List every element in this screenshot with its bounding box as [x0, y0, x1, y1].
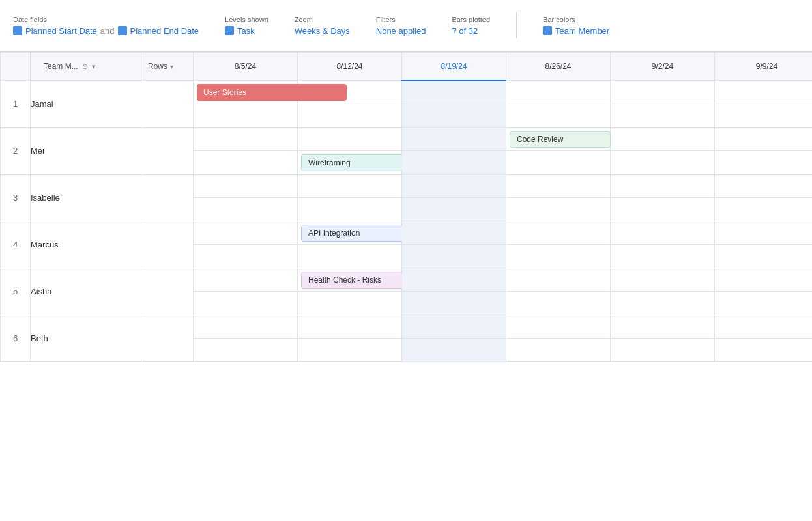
date-cell-r3-c1-row2 [298, 245, 402, 268]
date-cell-r0-c1-row2 [298, 104, 402, 128]
date-cell-r1-c5-row1 [715, 128, 813, 151]
colors-label: Bar colors [543, 16, 609, 23]
date-cell-r3-c0-row2 [194, 245, 298, 268]
date-cell-r4-c1-row1: Health Check - Risks [298, 268, 402, 292]
th-date-4: 9/2/24 [611, 53, 715, 81]
date-cell-r2-c0-row1 [194, 175, 298, 198]
date-cell-r4-c2-row1 [402, 268, 506, 292]
rows-control-4 [141, 268, 194, 315]
th-date-1: 8/12/24 [298, 53, 402, 81]
th-date-0: 8/5/24 [194, 53, 298, 81]
row-num-4: 4 [1, 221, 31, 268]
levels-label: Levels shown [225, 16, 268, 23]
date-cell-r0-c5-row1 [715, 81, 813, 104]
row-name-jamal: Jamal [31, 81, 141, 128]
date-cell-r0-c2-row1 [402, 81, 506, 104]
date-cell-r3-c1-row1: API Integration [298, 221, 402, 245]
row-name-marcus: Marcus [31, 221, 141, 268]
date-cell-r1-c3-row2 [506, 151, 611, 175]
date-cell-r5-c3-row2 [506, 339, 611, 362]
bars-value[interactable]: 7 of 32 [452, 26, 478, 36]
and-text: and [100, 26, 115, 36]
th-team-member: Team M... ⊙ ▾ [31, 53, 141, 81]
date-cell-r0-c0-row1: User Stories [194, 81, 298, 104]
zoom-value[interactable]: Weeks & Days [295, 26, 350, 36]
date-cell-r0-c5-row2 [715, 104, 813, 128]
date-cell-r2-c3-row1 [506, 175, 611, 198]
date-cell-r3-c2-row1 [402, 221, 506, 245]
filters-value[interactable]: None applied [376, 26, 426, 36]
th-rows: Rows ▾ [141, 53, 194, 81]
divider [516, 12, 517, 38]
date-cell-r5-c4-row2 [611, 339, 715, 362]
date-cell-r0-c2-row2 [402, 104, 506, 128]
date-cell-r1-c4-row2 [611, 151, 715, 175]
date-cell-r4-c4-row1 [611, 268, 715, 292]
date-cell-r3-c5-row1 [715, 221, 813, 245]
row-name-mei: Mei [31, 128, 141, 175]
colors-section: Bar colors Team Member [543, 16, 609, 36]
date-cell-r0-c3-row2 [506, 104, 611, 128]
date-cell-r3-c2-row2 [402, 245, 506, 268]
row-num-1: 1 [1, 81, 31, 128]
planned-end-text[interactable]: Planned End Date [130, 26, 199, 36]
planned-end-icon [118, 26, 127, 35]
date-cell-r5-c1-row1 [298, 315, 402, 339]
colors-icon [543, 26, 552, 35]
levels-value[interactable]: Task [237, 26, 255, 36]
date-cell-r5-c5-row2 [715, 339, 813, 362]
date-cell-r2-c5-row1 [715, 175, 813, 198]
row-name-isabelle: Isabelle [31, 175, 141, 221]
date-cell-r4-c0-row2 [194, 292, 298, 315]
date-cell-r5-c0-row2 [194, 339, 298, 362]
rows-control-0 [141, 81, 194, 128]
date-cell-r1-c2-row2 [402, 151, 506, 175]
gantt-container: Team M... ⊙ ▾ Rows ▾ 8/5/24 8/12/24 8/19… [0, 52, 812, 362]
date-cell-r2-c1-row1 [298, 175, 402, 198]
date-cell-r4-c5-row1 [715, 268, 813, 292]
date-cell-r3-c3-row1 [506, 221, 611, 245]
date-cell-r1-c5-row2 [715, 151, 813, 175]
row-num-3: 3 [1, 175, 31, 221]
row-num-2: 2 [1, 128, 31, 175]
date-cell-r2-c1-row2 [298, 198, 402, 221]
date-cell-r2-c4-row1 [611, 175, 715, 198]
date-cell-r5-c3-row1 [506, 315, 611, 339]
date-cell-r2-c2-row1 [402, 175, 506, 198]
date-cell-r4-c3-row1 [506, 268, 611, 292]
date-cell-r1-c1-row2: Wireframing [298, 151, 402, 175]
date-cell-r0-c4-row1 [611, 81, 715, 104]
date-cell-r5-c5-row1 [715, 315, 813, 339]
date-cell-r1-c2-row1 [402, 128, 506, 151]
date-cell-r3-c0-row1 [194, 221, 298, 245]
rows-control-2 [141, 175, 194, 221]
rows-label: Rows [148, 62, 167, 71]
rows-control-5 [141, 315, 194, 362]
dropdown-icon[interactable]: ▾ [92, 63, 96, 71]
task-bar-code-review[interactable]: Code Review [510, 131, 611, 148]
rows-control-1 [141, 128, 194, 175]
planned-start-text[interactable]: Planned Start Date [25, 26, 97, 36]
date-cell-r3-c3-row2 [506, 245, 611, 268]
th-num [1, 53, 31, 81]
sort-icon[interactable]: ⊙ [82, 63, 88, 71]
date-cell-r5-c1-row2 [298, 339, 402, 362]
colors-value[interactable]: Team Member [555, 26, 609, 36]
date-cell-r4-c1-row2 [298, 292, 402, 315]
date-cell-r1-c1-row1 [298, 128, 402, 151]
date-fields-section: Date fields Planned Start Date and Plann… [13, 16, 199, 36]
date-cell-r4-c3-row2 [506, 292, 611, 315]
rows-dropdown-icon[interactable]: ▾ [170, 63, 173, 70]
levels-icon [225, 26, 234, 35]
date-cell-r4-c0-row1 [194, 268, 298, 292]
date-cell-r2-c0-row2 [194, 198, 298, 221]
th-date-2: 8/19/24 [402, 53, 506, 81]
th-date-3: 8/26/24 [506, 53, 611, 81]
date-cell-r3-c5-row2 [715, 245, 813, 268]
date-cell-r1-c0-row2 [194, 151, 298, 175]
bars-label: Bars plotted [452, 16, 490, 23]
date-cell-r3-c4-row2 [611, 245, 715, 268]
bars-section: Bars plotted 7 of 32 [452, 16, 490, 36]
gantt-table: Team M... ⊙ ▾ Rows ▾ 8/5/24 8/12/24 8/19… [0, 52, 812, 362]
zoom-section: Zoom Weeks & Days [295, 16, 350, 36]
